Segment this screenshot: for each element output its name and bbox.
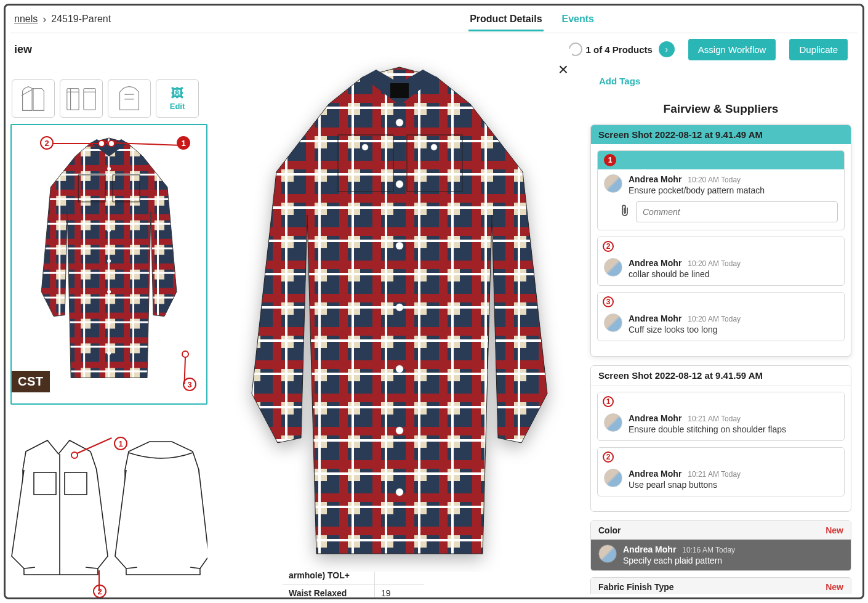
tab-events[interactable]: Events [561,7,595,31]
app-frame: nnels › 24519-Parent Product Details Eve… [4,4,864,599]
annotation-note[interactable]: 2 Andrea Mohr 10:21 AM Today Use pearl s… [597,447,845,496]
card-header[interactable]: Screen Shot 2022-08-12 at 9.41.59 AM [591,366,851,386]
annotated-product-image[interactable]: CST 1 2 3 [10,124,207,405]
svg-point-39 [431,144,437,150]
note-pin-row: 2 [598,448,844,464]
svg-point-37 [396,488,403,496]
svg-point-13 [107,229,111,232]
comment-input[interactable] [636,201,838,222]
note-author: Andrea Mohr [629,314,681,323]
breadcrumb: nnels › 24519-Parent [14,13,111,26]
svg-rect-9 [78,175,105,202]
chevron-right-icon: › [665,44,669,54]
annotation-note[interactable]: 2 Andrea Mohr 10:20 AM Today collar shou… [597,237,845,286]
edit-label: Edit [170,102,185,111]
image-overlay: × [227,49,572,572]
card-body: 1 Andrea Mohr 10:20 AM Today Ensure pock… [591,144,851,356]
note-pin-icon: 1 [603,396,614,407]
thumbnail-1[interactable] [12,79,55,118]
spec-value: 19 [375,585,424,599]
note-time: 10:20 AM Today [688,315,741,323]
svg-point-16 [107,321,111,325]
attachment-icon[interactable] [620,204,630,220]
assign-workflow-button[interactable]: Assign Workflow [688,39,776,60]
attribute-label: Fabric Finish Type [598,582,674,592]
new-badge: New [826,525,843,535]
annotation-anchor [98,140,105,147]
annotation-pin-2[interactable]: 2 [40,136,54,150]
note-pin-icon: 3 [603,296,614,307]
right-panel: Add Tags Fairview & Suppliers Screen Sho… [587,67,858,594]
avatar [604,258,622,277]
close-overlay-button[interactable]: × [558,60,568,79]
svg-point-34 [396,304,403,311]
svg-point-15 [107,290,111,294]
annotation-pin-2[interactable]: 2 [93,585,106,598]
annotation-card: Screen Shot 2022-08-12 at 9.41.49 AM 1 A… [590,124,851,357]
note-time: 10:20 AM Today [688,259,741,268]
next-product-button[interactable]: › [659,41,675,57]
breadcrumb-prev[interactable]: nnels [14,14,38,25]
note-time: 10:21 AM Today [688,470,741,479]
note-pin-row: 3 [598,293,844,309]
note-message: collar should be lined [629,269,838,279]
note-message: Use pearl snap buttons [629,480,838,490]
attribute-header: Fabric Finish Type New [591,578,851,594]
thumbnail-3[interactable] [108,79,151,118]
chevron-right-icon: › [42,13,46,26]
attribute-card-fabric-finish[interactable]: Fabric Finish Type New [590,577,851,594]
tab-product-details[interactable]: Product Details [468,7,543,31]
attribute-header: Color New [591,521,851,540]
note-pin-row: 2 [598,237,844,253]
avatar [604,314,622,332]
image-icon: 🖼 [171,86,183,100]
note-author: Andrea Mohr [629,174,681,184]
svg-point-35 [396,365,403,373]
view-label: iew [14,43,32,56]
thumbnail-2[interactable] [60,79,103,118]
annotation-pin-1[interactable]: 1 [177,136,190,150]
product-shirt-large-icon [227,49,572,572]
svg-point-11 [107,167,111,171]
note-author: Andrea Mohr [629,469,681,479]
svg-point-33 [396,242,403,249]
attribute-card-color[interactable]: Color New Andrea Mohr 10:16 AM Today Spe… [590,520,851,571]
annotation-note[interactable]: 1 Andrea Mohr 10:20 AM Today Ensure pock… [597,150,845,230]
duplicate-button[interactable]: Duplicate [789,39,848,60]
annotation-note[interactable]: 1 Andrea Mohr 10:21 AM Today Ensure doub… [597,392,845,441]
note-author: Andrea Mohr [623,544,676,554]
note-message: Specify each plaid pattern [623,556,843,565]
avatar [598,544,617,563]
note-time: 10:21 AM Today [688,415,741,423]
svg-rect-20 [65,472,87,495]
note-pin-icon: 2 [603,241,614,252]
note-message: Ensure double stitching on shoulder flap… [629,424,838,434]
thumbnail-row: 🖼 Edit [10,76,220,124]
annotation-card: Screen Shot 2022-08-12 at 9.41.59 AM 1 A… [590,365,851,512]
supplier-title: Fairview & Suppliers [587,99,855,124]
avatar [604,174,622,193]
svg-point-17 [107,352,111,355]
new-badge: New [826,582,843,592]
svg-rect-19 [34,472,56,495]
tabs: Product Details Events [468,7,595,31]
card-header[interactable]: Screen Shot 2022-08-12 at 9.41.49 AM [591,125,851,144]
edit-images-button[interactable]: 🖼 Edit [156,79,199,118]
note-author: Andrea Mohr [629,258,681,268]
technical-drawing[interactable]: 1 2 [10,427,207,599]
annotation-pin-1[interactable]: 1 [114,437,127,450]
avatar [604,469,622,487]
annotation-anchor [182,350,189,358]
breadcrumb-current: 24519-Parent [51,14,111,25]
annotation-note[interactable]: 3 Andrea Mohr 10:20 AM Today Cuff size l… [597,292,845,341]
add-tags-link[interactable]: Add Tags [587,67,855,99]
avatar [604,413,622,432]
note-message: Cuff size looks too long [629,325,838,334]
technical-drawing-icon [10,427,207,599]
svg-point-38 [362,144,368,150]
note-time: 10:16 AM Today [682,546,735,554]
spec-label: Waist Relaxed [283,585,375,599]
annotation-anchor [108,140,115,147]
note-time: 10:20 AM Today [688,176,741,184]
annotation-leader [98,570,100,591]
